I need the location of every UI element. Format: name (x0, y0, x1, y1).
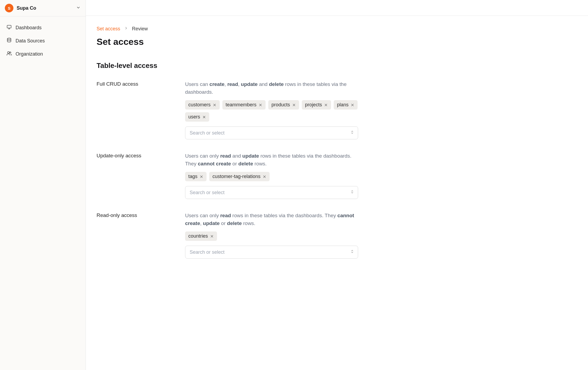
table-chip: users (185, 112, 209, 122)
sidebar-item-label: Data Sources (16, 38, 45, 44)
access-content-update: Users can only read and update rows in t… (185, 152, 359, 199)
selector-placeholder: Search or select (190, 190, 225, 195)
org-name: Supa Co (17, 5, 73, 11)
breadcrumb-current[interactable]: Set access (97, 26, 120, 32)
main-content: Set access Review Set access Table-level… (86, 16, 588, 370)
access-desc-read: Users can only read rows in these tables… (185, 212, 359, 227)
selector-placeholder: Search or select (190, 130, 225, 136)
close-icon[interactable] (292, 103, 296, 107)
table-chip: countries (185, 231, 217, 241)
access-row-read: Read-only access Users can only read row… (97, 212, 359, 259)
access-desc-full: Users can create, read, update and delet… (185, 81, 359, 96)
org-avatar: S (5, 4, 13, 12)
sidebar: S Supa Co Dashboards Data Sources (0, 0, 86, 370)
selector-placeholder: Search or select (190, 249, 225, 255)
chips-update: tagscustomer-tag-relations (185, 172, 359, 181)
table-selector-update[interactable]: Search or select (185, 186, 358, 199)
sidebar-item-label: Dashboards (16, 25, 42, 31)
chip-label: products (271, 102, 290, 108)
monitor-icon (6, 24, 12, 31)
chips-read: countries (185, 231, 359, 241)
sidebar-item-organization[interactable]: Organization (3, 48, 83, 61)
close-icon[interactable] (263, 175, 266, 179)
sidebar-nav: Dashboards Data Sources Organization (0, 16, 86, 66)
sidebar-item-label: Organization (16, 51, 43, 57)
table-chip: products (268, 100, 299, 110)
svg-point-3 (7, 38, 11, 39)
chip-label: users (188, 114, 200, 120)
users-icon (6, 51, 12, 57)
svg-point-4 (8, 52, 9, 53)
chevrons-up-down-icon (350, 130, 354, 136)
breadcrumb: Set access Review (97, 26, 359, 32)
table-chip: tags (185, 172, 207, 181)
chip-label: customers (188, 102, 211, 108)
table-chip: plans (334, 100, 358, 110)
access-content-full: Users can create, read, update and delet… (185, 81, 359, 139)
breadcrumb-next[interactable]: Review (132, 26, 148, 32)
section-title: Table-level access (97, 61, 359, 70)
svg-point-5 (10, 52, 11, 53)
chip-label: projects (305, 102, 322, 108)
close-icon[interactable] (210, 234, 214, 238)
close-icon[interactable] (351, 103, 354, 107)
chip-label: tags (188, 174, 197, 179)
database-icon (6, 38, 12, 44)
table-chip: customer-tag-relations (209, 172, 270, 181)
access-row-full: Full CRUD access Users can create, read,… (97, 81, 359, 139)
chip-label: customer-tag-relations (212, 174, 260, 179)
org-switcher[interactable]: S Supa Co (0, 0, 86, 16)
svg-rect-0 (7, 25, 11, 28)
table-chip: teammembers (222, 100, 266, 110)
chevrons-up-down-icon (350, 249, 354, 255)
close-icon[interactable] (200, 175, 203, 179)
access-label-update: Update-only access (97, 152, 180, 199)
sidebar-item-dashboards[interactable]: Dashboards (3, 21, 83, 34)
access-desc-update: Users can only read and update rows in t… (185, 152, 359, 168)
chip-label: teammembers (226, 102, 256, 108)
chevron-down-icon (76, 5, 81, 11)
page-title: Set access (97, 37, 359, 47)
chip-label: plans (337, 102, 348, 108)
close-icon[interactable] (324, 103, 328, 107)
sidebar-item-datasources[interactable]: Data Sources (3, 34, 83, 48)
access-content-read: Users can only read rows in these tables… (185, 212, 359, 259)
access-label-read: Read-only access (97, 212, 180, 259)
chevrons-up-down-icon (350, 190, 354, 196)
access-label-full: Full CRUD access (97, 81, 180, 139)
access-row-update: Update-only access Users can only read a… (97, 152, 359, 199)
table-chip: projects (302, 100, 331, 110)
close-icon[interactable] (213, 103, 216, 107)
app-root: S Supa Co Dashboards Data Sources (0, 0, 588, 370)
chevron-right-icon (124, 26, 128, 32)
table-chip: customers (185, 100, 220, 110)
chips-full: customersteammembersproductsprojectsplan… (185, 100, 359, 122)
table-selector-read[interactable]: Search or select (185, 246, 358, 259)
table-selector-full[interactable]: Search or select (185, 126, 358, 139)
close-icon[interactable] (259, 103, 262, 107)
chip-label: countries (188, 233, 208, 239)
close-icon[interactable] (202, 115, 206, 119)
